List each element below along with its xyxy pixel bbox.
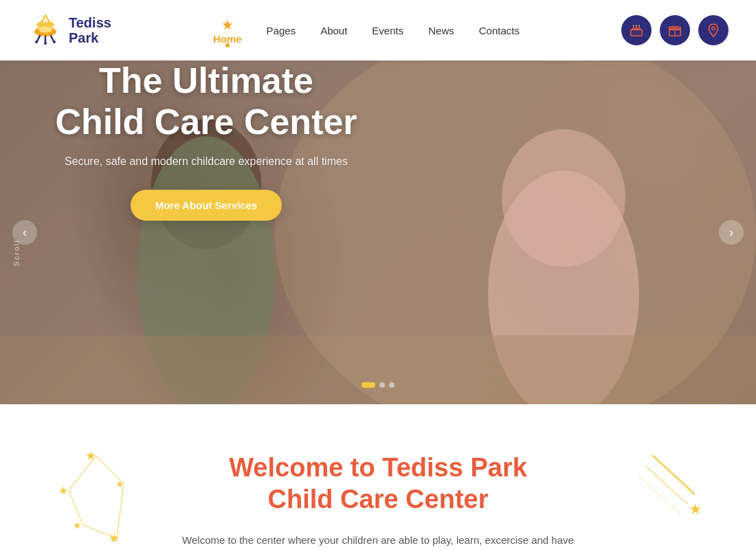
svg-rect-12 (632, 30, 634, 36)
header: Tediss Park ★ Home Pages About Events Ne… (0, 0, 756, 60)
nav-item-home[interactable]: Home (213, 33, 242, 45)
cake-icon (629, 23, 644, 38)
hero-dot-1[interactable] (362, 382, 375, 388)
svg-point-20 (638, 25, 640, 26)
hero-content: The Ultimate Child Care Center Secure, s… (0, 60, 412, 221)
svg-line-44 (639, 476, 680, 514)
nav-item-contacts[interactable]: Contacts (479, 25, 520, 36)
hero-title: The Ultimate Child Care Center (0, 60, 412, 143)
welcome-description: Welcome to the center where your childre… (179, 531, 577, 550)
svg-line-5 (37, 36, 40, 41)
svg-rect-13 (636, 30, 638, 36)
logo-line1: Tediss (69, 15, 111, 30)
svg-text:★: ★ (58, 485, 68, 496)
nav-item-pages[interactable]: Pages (267, 25, 296, 36)
svg-point-18 (633, 25, 634, 26)
constellation-right-decoration: ★ (632, 442, 715, 538)
hero-subtitle: Secure, safe and modern childcare experi… (0, 155, 412, 168)
location-icon (706, 23, 721, 38)
nav-home[interactable]: ★ Home (213, 16, 242, 45)
svg-point-24 (712, 27, 715, 30)
constellation-left-decoration: ★ ★ ★ ★ ★ (48, 442, 144, 550)
svg-point-9 (44, 42, 47, 45)
svg-text:★: ★ (115, 478, 124, 490)
home-star-icon: ★ (221, 16, 234, 33)
welcome-section: ★ ★ ★ ★ ★ ★ Welcome to Tediss Park Child… (0, 404, 756, 550)
logo-line2: Park (69, 30, 111, 45)
logo[interactable]: Tediss Park (27, 12, 111, 48)
hero-title-text: The Ultimate Child Care Center (55, 60, 357, 142)
nav-item-news[interactable]: News (428, 25, 454, 36)
scroll-label: Scroll (12, 239, 21, 267)
svg-text:★: ★ (109, 531, 120, 545)
header-icons (621, 15, 729, 45)
svg-line-7 (51, 36, 54, 41)
hero-dots (362, 382, 394, 388)
main-nav: ★ Home Pages About Events News Contacts (213, 16, 520, 45)
svg-point-4 (38, 27, 52, 33)
svg-line-43 (646, 466, 687, 504)
gift-icon (667, 23, 682, 38)
svg-line-36 (117, 483, 124, 538)
hero-dot-3[interactable] (389, 382, 394, 388)
welcome-title-line1: Welcome to Tediss Park (229, 453, 527, 482)
cake-button[interactable] (621, 15, 652, 45)
svg-point-10 (53, 41, 56, 43)
svg-point-19 (636, 25, 637, 26)
hero-section: The Ultimate Child Care Center Secure, s… (0, 60, 756, 404)
svg-text:★: ★ (73, 520, 82, 531)
hero-next-button[interactable]: › (719, 220, 744, 245)
chevron-left-icon: ‹ (23, 226, 27, 240)
location-button[interactable] (698, 15, 729, 45)
logo-icon (27, 12, 63, 48)
nav-item-events[interactable]: Events (372, 25, 403, 36)
nav-item-about[interactable]: About (320, 25, 347, 36)
svg-point-8 (35, 41, 38, 43)
logo-text: Tediss Park (69, 15, 111, 45)
hero-cta-button[interactable]: More About Services (131, 190, 282, 221)
svg-rect-14 (638, 30, 641, 36)
welcome-title-line2: Child Care Center (268, 485, 489, 514)
svg-line-42 (653, 456, 694, 494)
hero-dot-2[interactable] (379, 382, 385, 388)
svg-text:★: ★ (689, 500, 702, 518)
svg-text:★: ★ (85, 449, 96, 463)
chevron-right-icon: › (729, 226, 733, 240)
gift-button[interactable] (660, 15, 690, 45)
